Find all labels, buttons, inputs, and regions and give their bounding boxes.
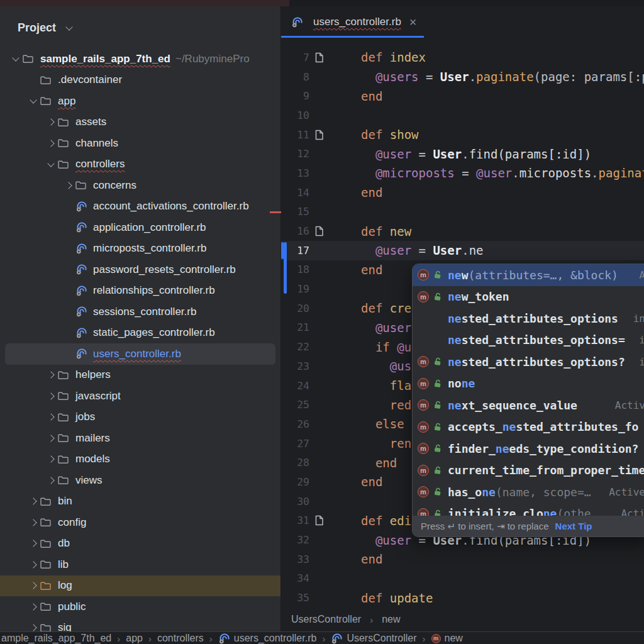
rails-action-gutter-icon[interactable]: [309, 226, 328, 236]
tree-item--devcontainer[interactable]: .devcontainer: [0, 70, 280, 91]
tree-item-concerns[interactable]: concerns: [0, 175, 280, 196]
navbar-item-controllers[interactable]: controllers: [157, 633, 204, 644]
rails-action-gutter-icon[interactable]: [309, 52, 328, 63]
code-line-8[interactable]: 8 @users = User.paginate(page: params[:p…: [281, 67, 644, 87]
tree-item-mailers[interactable]: mailers: [0, 428, 280, 449]
chevron-down-icon[interactable]: [26, 99, 40, 103]
project-tool-window: Project sample_rails_app_7th_ed~/Rubymin…: [0, 6, 281, 631]
code-line-17[interactable]: 17 @user = User.ne: [281, 241, 644, 260]
chevron-right-icon[interactable]: [26, 625, 40, 630]
completion-item-finder-needs-type-condition-[interactable]: mfinder_needs_type_condition?: [413, 438, 644, 460]
completion-item-name: none: [448, 377, 475, 390]
code-line-7[interactable]: 7def index: [281, 48, 644, 67]
chevron-right-icon[interactable]: [44, 478, 58, 483]
code-line-35[interactable]: 35def update: [281, 588, 644, 608]
next-tip-link[interactable]: Next Tip: [555, 521, 592, 531]
tree-item-models[interactable]: models: [0, 449, 280, 470]
completion-item-signature: (attributes=…, &block): [469, 269, 618, 282]
code-line-10[interactable]: 10: [281, 106, 644, 125]
chevron-right-icon[interactable]: [44, 414, 58, 419]
chevron-right-icon[interactable]: [26, 583, 40, 588]
code-text: @user = User.ne: [328, 243, 484, 257]
chevron-right-icon[interactable]: [44, 394, 58, 399]
chevron-right-icon[interactable]: [26, 499, 40, 504]
code-line-14[interactable]: 14end: [281, 183, 644, 203]
completion-item-new-token[interactable]: mnew_token: [413, 286, 644, 308]
error-stripe-mark: [270, 211, 281, 213]
chevron-right-icon[interactable]: [26, 520, 40, 525]
code-line-34[interactable]: 34: [281, 569, 644, 589]
completion-item-has-one[interactable]: mhas_one(name, scope=…Active: [413, 481, 644, 503]
tree-item-views[interactable]: views: [0, 470, 280, 491]
completion-item-accepts-nested-attributes-fo[interactable]: maccepts_nested_attributes_fo: [413, 416, 644, 438]
chevron-right-icon[interactable]: [44, 141, 58, 146]
code-line-16[interactable]: 16def new: [281, 221, 644, 241]
navbar-item-ample-rails-app-7th-ed[interactable]: ample_rails_app_7th_ed: [1, 633, 111, 644]
tree-item-sessions-controller-rb[interactable]: sessions_controller.rb: [0, 301, 280, 323]
code-line-12[interactable]: 12 @user = User.find(params[:id]): [281, 144, 644, 164]
completion-item-current-time-from-proper-time[interactable]: mcurrent_time_from_proper_time: [413, 460, 644, 482]
code-line-33[interactable]: 33end: [281, 550, 644, 569]
chevron-right-icon: ›: [209, 633, 213, 644]
chevron-right-icon[interactable]: [44, 457, 58, 462]
chevron-right-icon[interactable]: [26, 562, 40, 567]
tree-item-password-resets-controller-rb[interactable]: password_resets_controller.rb: [0, 259, 280, 280]
tree-item-application-controller-rb[interactable]: application_controller.rb: [0, 217, 280, 238]
completion-item-new[interactable]: mnew(attributes=…, &block)A: [413, 264, 644, 286]
navbar-item-userscontroller[interactable]: UsersController: [331, 633, 416, 644]
chevron-right-icon[interactable]: [44, 119, 58, 125]
tree-item-sample-rails-app-7th-ed[interactable]: sample_rails_app_7th_ed~/RubyminePro: [0, 48, 280, 70]
rails-action-gutter-icon[interactable]: [309, 130, 328, 140]
breadcrumb-method[interactable]: new: [382, 614, 400, 625]
code-text: end: [328, 552, 382, 566]
breadcrumb-class[interactable]: UsersController: [291, 614, 361, 625]
completion-item-next-sequence-value[interactable]: mnext_sequence_valueActiv: [413, 394, 644, 416]
chevron-down-icon[interactable]: [44, 163, 58, 166]
navbar-item-new[interactable]: mnew: [431, 633, 463, 644]
tree-item-sig[interactable]: sig: [0, 618, 280, 632]
chevron-right-icon[interactable]: [62, 183, 75, 188]
tree-item-jobs[interactable]: jobs: [0, 407, 280, 428]
tree-item-bin[interactable]: bin: [0, 491, 280, 513]
tree-item-log[interactable]: log: [0, 575, 280, 597]
completion-item-none[interactable]: mnone: [413, 373, 644, 395]
navbar-item-users-controller-rb[interactable]: users_controller.rb: [218, 633, 317, 644]
code-line-11[interactable]: 11def show: [281, 125, 644, 145]
completion-item-nested-attributes-options-[interactable]: nested_attributes_options=i: [413, 330, 644, 352]
line-number: 23: [281, 360, 309, 372]
close-icon[interactable]: ×: [409, 16, 417, 28]
project-panel-header[interactable]: Project: [0, 6, 280, 39]
tree-item-channels[interactable]: channels: [0, 133, 280, 154]
tree-item-controllers[interactable]: controllers: [0, 154, 280, 175]
code-line-9[interactable]: 9end: [281, 86, 644, 106]
tree-item-label: helpers: [75, 369, 111, 381]
tree-item-lib[interactable]: lib: [0, 554, 280, 575]
tree-item-microposts-controller-rb[interactable]: microposts_controller.rb: [0, 238, 280, 260]
navbar-item-app[interactable]: app: [126, 633, 143, 644]
line-number: 24: [281, 380, 309, 392]
tree-item-config[interactable]: config: [0, 512, 280, 533]
tree-item-javascript[interactable]: javascript: [0, 386, 280, 407]
code-line-15[interactable]: 15: [281, 203, 644, 222]
tree-item-users-controller-rb[interactable]: users_controller.rb: [5, 343, 275, 365]
tree-item-helpers[interactable]: helpers: [0, 365, 280, 386]
chevron-right-icon[interactable]: [44, 436, 58, 441]
code-line-13[interactable]: 13 @microposts = @user.microposts.pagina…: [281, 164, 644, 183]
tree-item-db[interactable]: db: [0, 533, 280, 555]
rails-action-gutter-icon[interactable]: [309, 515, 328, 526]
chevron-down-icon[interactable]: [9, 57, 23, 60]
tree-item-public[interactable]: public: [0, 596, 280, 618]
folder-icon: [40, 75, 57, 85]
tree-item-assets[interactable]: assets: [0, 112, 280, 133]
completion-item-nested-attributes-options[interactable]: nested_attributes_optionsin: [413, 308, 644, 330]
chevron-right-icon[interactable]: [26, 541, 40, 546]
project-scrollbar-thumb[interactable]: [284, 242, 287, 294]
tree-item-static-pages-controller-rb[interactable]: static_pages_controller.rb: [0, 323, 280, 344]
tree-item-app[interactable]: app: [0, 91, 280, 112]
tree-item-account-activations-controller-rb[interactable]: account_activations_controller.rb: [0, 196, 280, 218]
tab-users-controller[interactable]: users_controller.rb ×: [281, 6, 427, 38]
chevron-right-icon[interactable]: [26, 604, 40, 609]
completion-item-nested-attributes-options-[interactable]: mnested_attributes_options?i: [413, 351, 644, 373]
chevron-right-icon[interactable]: [44, 372, 58, 377]
tree-item-relationships-controller-rb[interactable]: relationships_controller.rb: [0, 280, 280, 302]
